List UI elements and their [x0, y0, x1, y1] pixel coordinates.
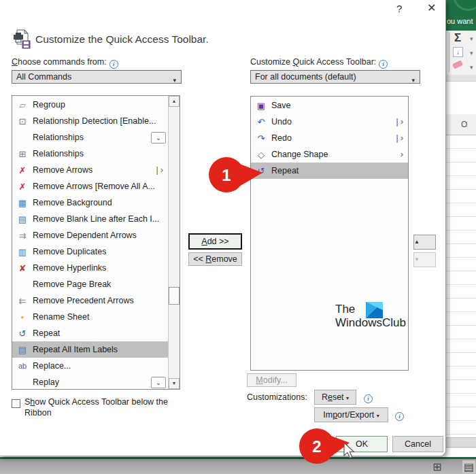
- modify-button: Modify...: [247, 373, 296, 387]
- scroll-down-icon[interactable]: ▼: [169, 378, 180, 389]
- remove-precedent-arrows-icon: ⇇: [12, 296, 33, 306]
- ok-button[interactable]: OK: [336, 436, 388, 452]
- info-icon[interactable]: i: [379, 60, 388, 69]
- show-qat-below-ribbon-checkbox[interactable]: [12, 399, 20, 408]
- list-item[interactable]: ↷Redo| ›: [251, 130, 408, 146]
- change-shape-icon: ◇: [251, 150, 271, 160]
- list-item[interactable]: ⇉Remove Dependent Arrows: [12, 227, 168, 243]
- checkbox-label-line2: Ribbon: [24, 408, 52, 418]
- list-item[interactable]: ◇Change Shape›: [251, 146, 408, 163]
- autosum-icon[interactable]: Σ: [454, 31, 461, 45]
- list-item-label: Repeat All Item Labels: [33, 345, 168, 354]
- list-item-label: Remove Background: [33, 198, 168, 207]
- remove-arrows-icon: ✗: [12, 165, 33, 175]
- list-item[interactable]: ▤Repeat All Item Labels: [12, 341, 168, 358]
- save-icon: ▣: [251, 101, 271, 111]
- list-item-label: Repeat: [33, 328, 168, 338]
- list-item-label: Repeat: [271, 166, 408, 175]
- list-item[interactable]: ⇇Remove Precedent Arrows: [12, 292, 168, 309]
- autosum-caret-icon[interactable]: ▾: [470, 35, 473, 42]
- item-dropdown-button[interactable]: ⌄: [151, 377, 166, 388]
- list-item-label: Rename Sheet: [33, 312, 168, 322]
- clear-caret-icon[interactable]: ▾: [470, 64, 473, 71]
- list-item-label: Relationship Detection [Enable...: [33, 116, 168, 126]
- rename-sheet-icon: ●: [12, 314, 33, 320]
- close-icon[interactable]: ✕: [427, 1, 436, 14]
- import-export-info-icon[interactable]: i: [392, 407, 404, 421]
- repeat-icon: ↺: [251, 166, 271, 176]
- excel-ribbon-green-header: ou want: [446, 0, 476, 31]
- import-export-button[interactable]: Import/Export ▾: [314, 407, 388, 422]
- move-down-button[interactable]: ▼: [413, 252, 436, 267]
- list-item[interactable]: ▱Regroup: [12, 97, 168, 113]
- tellme-text: ou want: [447, 17, 473, 25]
- relationship-detection-icon: ⊡: [12, 116, 33, 126]
- page-layout-view-icon[interactable]: ▤: [462, 460, 475, 473]
- scrollbar[interactable]: ▲ ▼: [168, 96, 180, 389]
- list-item-label: Remove Precedent Arrows: [33, 296, 168, 305]
- chevron-down-icon: ▾: [346, 395, 349, 401]
- ribbon-group-divider: [449, 33, 449, 72]
- worksheet-grid[interactable]: [446, 135, 476, 459]
- list-item[interactable]: Relationships⌄: [12, 129, 168, 146]
- move-up-button[interactable]: ▲: [413, 235, 436, 250]
- list-item-label: Relationships: [33, 149, 168, 158]
- customize-qat-label: Customize Quick Access Toolbar:i: [250, 57, 388, 69]
- qat-scope-dropdown[interactable]: For all documents (default) ▾: [250, 70, 420, 84]
- status-bar: [0, 459, 476, 474]
- list-item[interactable]: abReplace...: [12, 358, 168, 374]
- scrollbar-thumb[interactable]: [169, 287, 180, 305]
- list-item[interactable]: ▣Save: [251, 97, 408, 114]
- list-item[interactable]: ▤Remove Blank Line after Each I...: [12, 211, 168, 227]
- list-item[interactable]: ▥Remove Duplicates: [12, 243, 168, 260]
- worksheet-scrollbar-band[interactable]: [446, 437, 476, 447]
- list-item[interactable]: ↶Undo| ›: [251, 114, 408, 130]
- repeat-icon: ↺: [12, 328, 33, 339]
- reset-info-icon[interactable]: i: [361, 390, 373, 403]
- repeat-all-item-labels-icon: ▤: [12, 345, 33, 355]
- chevron-down-icon: ▾: [377, 413, 379, 419]
- reset-button[interactable]: Reset ▾: [314, 390, 356, 405]
- info-icon[interactable]: i: [109, 60, 118, 69]
- list-item-label: Undo: [271, 117, 396, 126]
- qat-items-list: ▣Save↶Undo| ›↷Redo| ›◇Change Shape›↺Repe…: [250, 96, 409, 371]
- list-item[interactable]: ↺Repeat: [251, 163, 408, 179]
- help-icon[interactable]: ?: [396, 3, 402, 14]
- item-dropdown-button[interactable]: ⌄: [151, 132, 166, 143]
- arrow-indicator: ›: [401, 150, 403, 159]
- list-item-label: Remove Hyperlinks: [33, 263, 168, 273]
- list-item[interactable]: Remove Page Break: [12, 276, 168, 292]
- grid-vertical-line: [449, 135, 449, 437]
- list-item[interactable]: ✘Remove Hyperlinks: [12, 260, 168, 276]
- fill-caret-icon[interactable]: ▾: [470, 50, 473, 56]
- list-item-label: Change Shape: [271, 150, 401, 159]
- column-header-o[interactable]: O: [446, 114, 476, 135]
- tellme-circle-decoration: [453, 0, 476, 11]
- cancel-button[interactable]: Cancel: [392, 436, 443, 452]
- regroup-icon: ▱: [12, 100, 33, 110]
- list-item[interactable]: ✗Remove Arrows [Remove All A...: [12, 178, 168, 194]
- list-item[interactable]: Replay⌄: [12, 374, 168, 389]
- commands-source-dropdown[interactable]: All Commands ▾: [12, 70, 182, 84]
- list-item[interactable]: ⊞Relationships: [12, 146, 168, 162]
- list-item-label: Remove Page Break: [33, 280, 168, 289]
- list-item[interactable]: ▦Remove Background: [12, 194, 168, 211]
- list-item-label: Remove Arrows: [33, 165, 156, 175]
- list-item[interactable]: ⊡Relationship Detection [Enable...: [12, 113, 168, 129]
- all-commands-rows: ▱Regroup⊡Relationship Detection [Enable.…: [12, 96, 168, 389]
- fill-down-icon[interactable]: ↓: [453, 47, 463, 57]
- normal-view-icon[interactable]: ⊞: [432, 460, 441, 473]
- list-item-label: Remove Blank Line after Each I...: [33, 214, 168, 224]
- list-item-label: Save: [271, 101, 408, 110]
- list-item[interactable]: ●Rename Sheet: [12, 309, 168, 325]
- remove-blank-line-icon: ▤: [12, 214, 33, 224]
- list-item[interactable]: ✗Remove Arrows| ›: [12, 162, 168, 178]
- list-item-label: Redo: [271, 133, 396, 143]
- add-button[interactable]: Add >>: [188, 233, 242, 250]
- redo-icon: ↷: [251, 133, 271, 143]
- list-item[interactable]: ↺Repeat: [12, 325, 168, 341]
- ribbon-bottom-edge: [446, 75, 476, 82]
- scroll-up-icon[interactable]: ▲: [169, 96, 180, 107]
- relationships-icon: ⊞: [12, 149, 33, 159]
- remove-button[interactable]: << Remove: [188, 252, 242, 266]
